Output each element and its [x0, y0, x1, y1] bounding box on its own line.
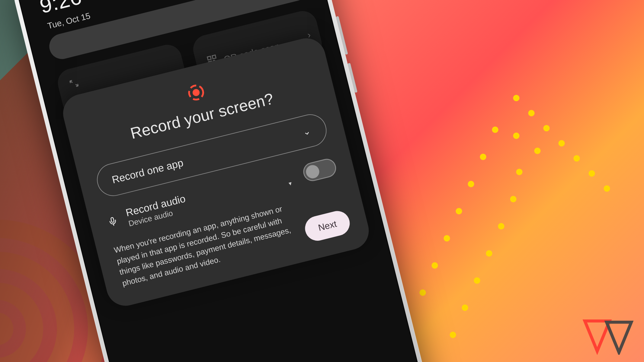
chevron-down-icon: ⌄	[302, 125, 312, 138]
svg-rect-1	[207, 56, 211, 60]
svg-line-8	[114, 224, 114, 225]
record-mode-label: Record one app	[111, 157, 184, 186]
microphone-icon	[106, 215, 120, 227]
svg-point-7	[192, 88, 200, 97]
autorotate-icon	[68, 77, 80, 90]
svg-rect-2	[212, 55, 216, 59]
record-audio-toggle[interactable]	[301, 157, 338, 183]
toggle-knob	[305, 164, 321, 180]
